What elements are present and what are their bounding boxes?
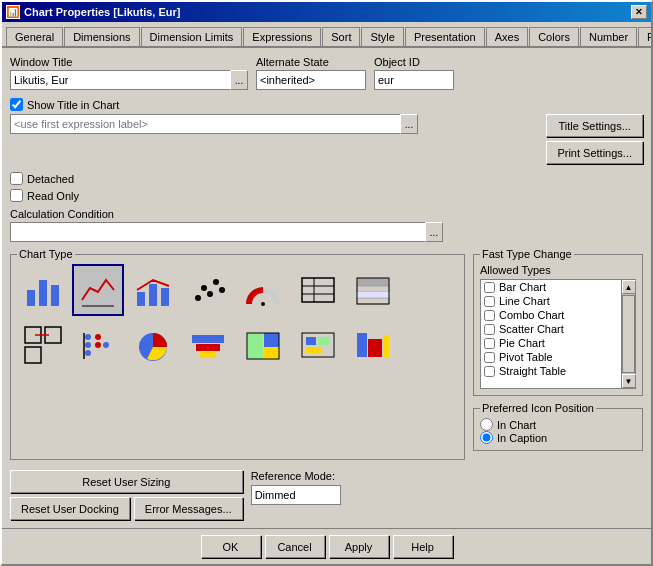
list-label-pivot: Pivot Table (499, 351, 553, 363)
alternate-state-select[interactable]: <inherited> (256, 70, 366, 90)
reference-mode-select[interactable]: Dimmed None Show (251, 485, 341, 505)
title-settings-btn[interactable]: Title Settings... (546, 114, 643, 137)
svg-rect-4 (137, 292, 145, 306)
title-buttons: ✕ (631, 5, 647, 19)
list-checkbox-line[interactable] (484, 296, 495, 307)
preferred-icon-legend: Preferred Icon Position (480, 402, 596, 414)
tab-presentation[interactable]: Presentation (405, 27, 485, 47)
chart-icon-dot[interactable] (72, 319, 124, 371)
list-checkbox-bar[interactable] (484, 282, 495, 293)
chart-icons-grid (17, 264, 458, 371)
chart-icon-treemap[interactable] (237, 319, 289, 371)
window-title-group: Window Title Likutis, Eur ... (10, 56, 248, 90)
scroll-down-btn[interactable]: ▼ (622, 374, 636, 388)
svg-rect-5 (149, 284, 157, 306)
reset-sizing-btn[interactable]: Reset User Sizing (10, 470, 243, 493)
svg-rect-46 (368, 339, 382, 357)
object-id-label: Object ID (374, 56, 454, 68)
svg-point-7 (195, 295, 201, 301)
list-label-scatter: Scatter Chart (499, 323, 564, 335)
close-button[interactable]: ✕ (631, 5, 647, 19)
ok-button[interactable]: OK (201, 535, 261, 558)
reset-docking-btn[interactable]: Reset User Docking (10, 497, 130, 520)
calc-condition-label: Calculation Condition (10, 208, 643, 220)
read-only-row: Read Only (10, 189, 643, 202)
list-item-pie[interactable]: Pie Chart (481, 336, 621, 350)
radio-in-chart-input[interactable] (480, 418, 493, 431)
window-title-input[interactable]: Likutis, Eur (10, 70, 230, 90)
scroll-up-btn[interactable]: ▲ (622, 280, 636, 294)
chart-icon-pivot[interactable] (292, 264, 344, 316)
chart-icon-bar[interactable] (17, 264, 69, 316)
list-label-combo: Combo Chart (499, 309, 564, 321)
radio-in-caption-input[interactable] (480, 431, 493, 444)
title-bar: 📊 Chart Properties [Likutis, Eur] ✕ (2, 2, 651, 22)
list-checkbox-straight[interactable] (484, 366, 495, 377)
chart-icon-scatter[interactable] (182, 264, 234, 316)
list-item-pivot[interactable]: Pivot Table (481, 350, 621, 364)
svg-rect-1 (39, 280, 47, 306)
chart-icon-scatter2[interactable] (17, 319, 69, 371)
list-checkbox-pie[interactable] (484, 338, 495, 349)
calc-condition-input[interactable] (10, 222, 425, 242)
title-expression-browse-btn[interactable]: ... (400, 114, 418, 134)
tab-sort[interactable]: Sort (322, 27, 360, 47)
svg-rect-34 (192, 335, 224, 343)
tab-dimension-limits[interactable]: Dimension Limits (141, 27, 243, 47)
listbox-scrollbar: ▲ ▼ (621, 280, 635, 388)
chart-icon-gauge[interactable] (237, 264, 289, 316)
list-checkbox-pivot[interactable] (484, 352, 495, 363)
chart-icon-straight[interactable] (347, 264, 399, 316)
chart-icon-line[interactable] (72, 264, 124, 316)
chart-icon-pie[interactable] (127, 319, 179, 371)
detached-label: Detached (27, 173, 74, 185)
svg-point-27 (85, 342, 91, 348)
tab-number[interactable]: Number (580, 27, 637, 47)
list-item-combo[interactable]: Combo Chart (481, 308, 621, 322)
cancel-button[interactable]: Cancel (265, 535, 325, 558)
apply-button[interactable]: Apply (329, 535, 389, 558)
svg-point-31 (103, 342, 109, 348)
tab-colors[interactable]: Colors (529, 27, 579, 47)
show-title-checkbox[interactable] (10, 98, 23, 111)
chart-icon-map[interactable] (292, 319, 344, 371)
svg-point-28 (85, 350, 91, 356)
list-checkbox-combo[interactable] (484, 310, 495, 321)
scroll-thumb[interactable] (622, 295, 635, 373)
read-only-checkbox[interactable] (10, 189, 23, 202)
allowed-types-label: Allowed Types (480, 264, 636, 276)
svg-rect-35 (196, 344, 220, 351)
radio-in-caption-label: In Caption (497, 432, 547, 444)
window-title: Chart Properties [Likutis, Eur] (24, 6, 180, 18)
svg-rect-39 (264, 348, 279, 359)
list-item-scatter[interactable]: Scatter Chart (481, 322, 621, 336)
print-settings-btn[interactable]: Print Settings... (546, 141, 643, 164)
chart-icon-funnel[interactable] (182, 319, 234, 371)
list-label-straight: Straight Table (499, 365, 566, 377)
list-item-straight[interactable]: Straight Table (481, 364, 621, 378)
svg-rect-17 (357, 278, 389, 286)
tab-axes[interactable]: Axes (486, 27, 528, 47)
chart-icon-mekko[interactable] (347, 319, 399, 371)
list-item-bar[interactable]: Bar Chart (481, 280, 621, 294)
error-messages-btn[interactable]: Error Messages... (134, 497, 243, 520)
list-item-line[interactable]: Line Chart (481, 294, 621, 308)
tab-style[interactable]: Style (361, 27, 403, 47)
chart-icon-combo[interactable] (127, 264, 179, 316)
svg-rect-45 (357, 333, 367, 357)
tab-dimensions[interactable]: Dimensions (64, 27, 139, 47)
help-button[interactable]: Help (393, 535, 453, 558)
tab-general[interactable]: General (6, 27, 63, 47)
svg-point-11 (219, 287, 225, 293)
object-id-input[interactable]: eur (374, 70, 454, 90)
calc-condition-browse-btn[interactable]: ... (425, 222, 443, 242)
list-checkbox-scatter[interactable] (484, 324, 495, 335)
detached-checkbox[interactable] (10, 172, 23, 185)
title-expression-input[interactable] (10, 114, 400, 134)
tab-expressions[interactable]: Expressions (243, 27, 321, 47)
window-title-browse-btn[interactable]: ... (230, 70, 248, 90)
allowed-types-listbox: Bar Chart Line Chart Combo Chart (480, 279, 636, 389)
detached-row: Detached (10, 172, 643, 185)
read-only-label: Read Only (27, 190, 79, 202)
tab-font[interactable]: Font (638, 27, 651, 47)
